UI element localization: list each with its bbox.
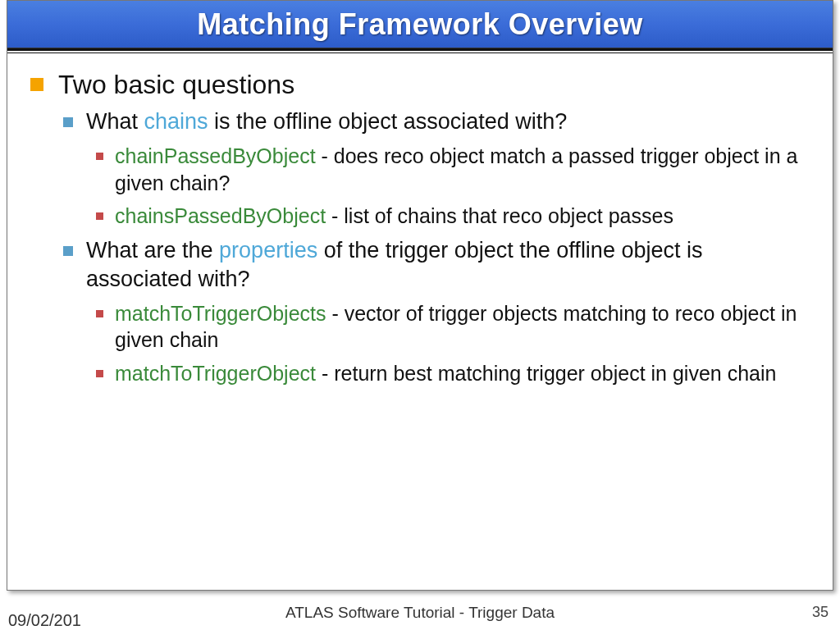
slide: Matching Framework Overview Two basic qu… (7, 0, 833, 591)
square-bullet-icon (63, 117, 73, 127)
heading-item: Two basic questions (30, 68, 810, 101)
title-bar: Matching Framework Overview (7, 1, 833, 48)
question-2: What are the properties of the trigger o… (63, 236, 810, 294)
code-term: matchToTriggerObject (115, 362, 316, 385)
square-bullet-icon (96, 370, 103, 377)
footer-title: ATLAS Software Tutorial - Trigger Data (0, 604, 840, 622)
q1-item-1-text: chainPassedByObject - does reco object m… (115, 143, 810, 196)
question-1: What chains is the offline object associ… (63, 107, 810, 136)
q1-item-1: chainPassedByObject - does reco object m… (96, 143, 810, 196)
code-term: chainsPassedByObject (115, 204, 326, 227)
question-1-text: What chains is the offline object associ… (86, 107, 567, 136)
square-bullet-icon (63, 246, 73, 256)
slide-footer: 09/02/201 ATLAS Software Tutorial - Trig… (0, 597, 840, 630)
q1-item-2-text: chainsPassedByObject - list of chains th… (115, 203, 673, 230)
q1-item-2: chainsPassedByObject - list of chains th… (96, 203, 810, 230)
q2-item-1-text: matchToTriggerObjects - vector of trigge… (115, 300, 810, 354)
slide-content: Two basic questions What chains is the o… (7, 53, 833, 386)
slide-title: Matching Framework Overview (197, 7, 643, 42)
desc-text: - return best matching trigger object in… (316, 362, 776, 385)
desc-text: - list of chains that reco object passes (326, 204, 673, 227)
q1-suffix: is the offline object associated with? (208, 109, 568, 134)
square-bullet-icon (30, 78, 43, 91)
divider-thick (7, 48, 833, 51)
q2-item-1: matchToTriggerObjects - vector of trigge… (96, 300, 810, 354)
page-number: 35 (812, 604, 829, 621)
q1-highlight: chains (144, 109, 208, 134)
q2-highlight: properties (219, 238, 317, 262)
square-bullet-icon (96, 212, 103, 220)
square-bullet-icon (96, 310, 103, 317)
question-2-text: What are the properties of the trigger o… (86, 236, 810, 294)
square-bullet-icon (96, 153, 103, 160)
q1-prefix: What (86, 109, 144, 134)
code-term: matchToTriggerObjects (115, 302, 326, 325)
q2-prefix: What are the (86, 238, 219, 262)
q2-item-2-text: matchToTriggerObject - return best match… (115, 360, 776, 387)
q2-item-2: matchToTriggerObject - return best match… (96, 360, 810, 387)
heading-text: Two basic questions (58, 68, 294, 101)
code-term: chainPassedByObject (115, 144, 316, 167)
